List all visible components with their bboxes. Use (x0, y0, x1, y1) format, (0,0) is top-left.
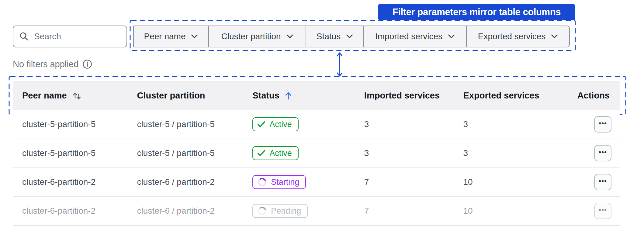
spinner-icon (257, 177, 267, 187)
filter-bar: Peer name Cluster partition Status Impor… (133, 26, 570, 47)
column-header-label: Cluster partition (137, 91, 205, 101)
row-actions-button[interactable]: ••• (594, 116, 611, 133)
exported-services-cell: 3 (463, 119, 468, 129)
annotation-banner: Filter parameters mirror table columns (378, 4, 575, 20)
cluster-partition-cell: cluster-6 / partition-2 (137, 206, 215, 216)
info-icon[interactable] (82, 59, 92, 69)
status-label: Active (269, 120, 292, 129)
meatball-menu-icon: ••• (599, 148, 607, 157)
column-header-label: Actions (577, 91, 610, 101)
filters-status: No filters applied (13, 59, 92, 69)
filters-status-text: No filters applied (13, 59, 78, 69)
imported-services-cell: 7 (364, 206, 369, 216)
filter-dropdown-exported-services[interactable]: Exported services (467, 26, 569, 47)
meatball-menu-icon: ••• (599, 119, 607, 128)
filter-dropdown-label: Status (317, 32, 341, 41)
column-header-exported-services[interactable]: Exported services (454, 81, 552, 110)
imported-services-cell: 3 (364, 148, 369, 158)
search-icon (19, 31, 29, 42)
check-icon (257, 150, 266, 157)
chevron-down-icon (448, 34, 455, 39)
peer-name-cell: cluster-5-partition-5 (22, 119, 95, 129)
column-header-label: Exported services (463, 91, 539, 101)
check-icon (257, 121, 266, 128)
table-row: cluster-5-partition-5 cluster-5 / partit… (13, 110, 620, 139)
status-label: Starting (271, 177, 299, 187)
filter-dropdown-status[interactable]: Status (306, 26, 364, 47)
column-header-status[interactable]: Status (243, 81, 355, 110)
filter-dropdown-cluster-partition[interactable]: Cluster partition (209, 26, 306, 47)
search-input[interactable] (34, 32, 121, 41)
chevron-down-icon (286, 34, 293, 39)
filter-dropdown-peer-name[interactable]: Peer name (134, 26, 209, 47)
peers-table: Peer name Cluster partition Status Impor… (13, 81, 620, 226)
cluster-partition-cell: cluster-5 / partition-5 (137, 119, 215, 129)
meatball-menu-icon: ••• (599, 206, 607, 214)
sort-both-icon (72, 91, 82, 101)
status-badge: Starting (252, 175, 306, 189)
row-actions-button[interactable]: ••• (594, 203, 611, 219)
column-header-peer-name[interactable]: Peer name (13, 81, 128, 110)
filter-dropdown-label: Cluster partition (221, 32, 281, 41)
row-actions-button[interactable]: ••• (594, 145, 611, 161)
exported-services-cell: 3 (463, 148, 468, 158)
status-badge: Pending (252, 204, 308, 218)
page: Filter parameters mirror table columns P… (0, 0, 644, 248)
spinner-icon (257, 206, 267, 216)
column-header-label: Status (252, 91, 279, 101)
chevron-down-icon (191, 34, 198, 39)
column-header-label: Imported services (364, 91, 440, 101)
exported-services-cell: 10 (463, 206, 473, 216)
table-row: cluster-6-partition-2 cluster-6 / partit… (13, 197, 620, 226)
exported-services-cell: 10 (463, 177, 473, 187)
peer-name-cell: cluster-5-partition-5 (22, 148, 95, 158)
search-box[interactable] (13, 26, 127, 47)
status-label: Active (269, 149, 292, 158)
table-row: cluster-5-partition-5 cluster-5 / partit… (13, 139, 620, 168)
double-arrow-icon (334, 52, 345, 77)
status-badge: Active (252, 117, 299, 131)
filter-dropdown-label: Exported services (478, 32, 546, 41)
chevron-down-icon (346, 34, 353, 39)
filter-dropdown-label: Imported services (375, 32, 442, 41)
filter-dropdown-imported-services[interactable]: Imported services (364, 26, 467, 47)
status-badge: Active (252, 146, 299, 160)
table-row: cluster-6-partition-2 cluster-6 / partit… (13, 168, 620, 197)
column-header-actions: Actions (551, 81, 620, 110)
column-header-label: Peer name (22, 91, 67, 101)
imported-services-cell: 7 (364, 177, 369, 187)
table-header-row: Peer name Cluster partition Status Impor… (13, 81, 620, 110)
cluster-partition-cell: cluster-6 / partition-2 (137, 177, 215, 187)
imported-services-cell: 3 (364, 119, 369, 129)
meatball-menu-icon: ••• (599, 177, 607, 185)
sort-ascending-icon (284, 91, 292, 101)
status-label: Pending (271, 206, 301, 216)
cluster-partition-cell: cluster-5 / partition-5 (137, 148, 215, 158)
chevron-down-icon (551, 34, 558, 39)
filter-dropdown-label: Peer name (144, 32, 186, 41)
row-actions-button[interactable]: ••• (594, 174, 611, 190)
peer-name-cell: cluster-6-partition-2 (22, 177, 95, 187)
column-header-cluster-partition[interactable]: Cluster partition (128, 81, 244, 110)
peer-name-cell: cluster-6-partition-2 (22, 206, 95, 216)
column-header-imported-services[interactable]: Imported services (355, 81, 454, 110)
